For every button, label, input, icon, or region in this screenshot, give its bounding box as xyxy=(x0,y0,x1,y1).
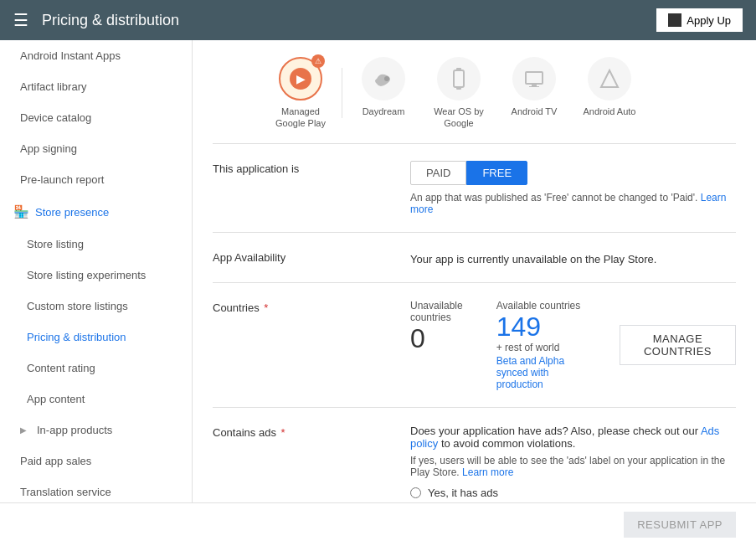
apply-icon xyxy=(668,13,681,27)
managed-google-play-icon: ▶ xyxy=(289,67,312,90)
countries-section: Countries * Unavailablecountries 0 Avail… xyxy=(213,283,736,408)
page-title: Pricing & distribution xyxy=(42,12,656,29)
layout: Android Instant Apps Artifact library De… xyxy=(0,40,756,502)
yes-ads-label[interactable]: Yes, it has ads xyxy=(428,487,498,499)
countries-label: Countries * xyxy=(213,300,397,314)
main-content: ▶ ⚠ ManagedGoogle Play Daydream xyxy=(193,40,756,502)
managed-google-play-icon-item[interactable]: ▶ ⚠ ManagedGoogle Play xyxy=(263,57,338,130)
android-tv-icon-item[interactable]: Android TV xyxy=(496,57,572,117)
availability-status: Your app is currently unavailable on the… xyxy=(410,250,736,265)
contains-ads-label: Contains ads * xyxy=(213,425,397,439)
svg-rect-6 xyxy=(526,72,543,84)
store-presence-icon: 🏪 xyxy=(13,204,28,219)
sidebar-item-app-content[interactable]: App content xyxy=(0,384,192,415)
available-label: Available countries xyxy=(496,300,586,312)
android-auto-icon xyxy=(596,65,623,92)
daydream-icon xyxy=(370,65,397,92)
sidebar-item-store-presence[interactable]: 🏪 Store presence xyxy=(0,195,192,229)
wear-os-icon-item[interactable]: Wear OS byGoogle xyxy=(421,57,496,130)
managed-google-play-label: ManagedGoogle Play xyxy=(275,106,326,130)
sidebar-item-pricing-distribution[interactable]: Pricing & distribution xyxy=(0,322,192,353)
ads-description: Does your application have ads? Also, pl… xyxy=(410,425,736,450)
sidebar-item-device-catalog[interactable]: Device catalog xyxy=(0,102,192,133)
countries-required: * xyxy=(261,301,269,314)
sidebar: Android Instant Apps Artifact library De… xyxy=(0,40,193,502)
paid-free-info: An app that was published as 'Free' cann… xyxy=(410,192,736,215)
app-availability-content: Your app is currently unavailable on the… xyxy=(410,250,736,265)
svg-rect-7 xyxy=(532,84,537,86)
sidebar-item-content-rating[interactable]: Content rating xyxy=(0,353,192,384)
svg-text:▶: ▶ xyxy=(296,72,306,85)
menu-icon[interactable]: ☰ xyxy=(13,10,28,30)
available-countries-stat: Available countries 149 + rest of world … xyxy=(496,300,586,390)
svg-marker-9 xyxy=(601,70,618,87)
android-auto-icon-item[interactable]: Android Auto xyxy=(572,57,647,117)
ads-required: * xyxy=(278,426,285,439)
icon-separator xyxy=(342,68,342,118)
apply-up-button[interactable]: Apply Up xyxy=(656,8,743,32)
daydream-icon-item[interactable]: Daydream xyxy=(346,57,421,117)
svg-rect-5 xyxy=(456,86,461,90)
contains-ads-section: Contains ads * Does your application hav… xyxy=(213,408,736,502)
available-count: 149 xyxy=(496,313,586,340)
svg-rect-4 xyxy=(456,68,461,71)
this-application-content: PAID FREE An app that was published as '… xyxy=(410,161,736,215)
manage-countries-button[interactable]: MANAGE COUNTRIES xyxy=(620,325,736,365)
wear-os-label: Wear OS byGoogle xyxy=(434,106,484,130)
this-application-section: This application is PAID FREE An app tha… xyxy=(213,144,736,233)
yes-ads-radio-row: Yes, it has ads xyxy=(410,487,736,499)
app-availability-label: App Availability xyxy=(213,250,397,264)
unavailable-count: 0 xyxy=(410,325,463,352)
warning-badge: ⚠ xyxy=(311,54,325,68)
paid-button[interactable]: PAID xyxy=(410,161,466,185)
learn-more-ads-link[interactable]: Learn more xyxy=(462,466,513,478)
wear-os-icon xyxy=(445,65,472,92)
android-tv-icon xyxy=(521,65,548,92)
android-tv-label: Android TV xyxy=(512,106,558,117)
ads-sub-text: If yes, users will be able to see the 'a… xyxy=(410,455,736,478)
svg-point-2 xyxy=(384,76,389,81)
sidebar-item-paid-app-sales[interactable]: Paid app sales xyxy=(0,446,192,476)
sidebar-item-artifact-library[interactable]: Artifact library xyxy=(0,71,192,102)
resubmit-app-button[interactable]: RESUBMIT APP xyxy=(624,512,736,538)
sidebar-item-store-listing[interactable]: Store listing xyxy=(0,229,192,260)
bottom-bar: RESUBMIT APP xyxy=(0,502,756,546)
this-application-label: This application is xyxy=(213,161,397,175)
sidebar-item-translation-service[interactable]: Translation service xyxy=(0,476,192,502)
sidebar-item-store-listing-experiments[interactable]: Store listing experiments xyxy=(0,260,192,291)
unavailable-countries-stat: Unavailablecountries 0 xyxy=(410,300,463,352)
sidebar-item-android-instant-apps[interactable]: Android Instant Apps xyxy=(0,40,192,71)
rest-of-world-text: + rest of world xyxy=(496,342,586,353)
android-auto-label: Android Auto xyxy=(584,106,636,117)
sidebar-item-custom-store-listings[interactable]: Custom store listings xyxy=(0,291,192,322)
sidebar-item-pre-launch-report[interactable]: Pre-launch report xyxy=(0,164,192,195)
svg-rect-8 xyxy=(529,86,539,87)
app-icons-row: ▶ ⚠ ManagedGoogle Play Daydream xyxy=(213,40,736,144)
countries-grid: Unavailablecountries 0 Available countri… xyxy=(410,300,736,390)
yes-ads-radio[interactable] xyxy=(410,487,421,498)
app-availability-section: App Availability Your app is currently u… xyxy=(213,233,736,283)
topbar: ☰ Pricing & distribution Apply Up xyxy=(0,0,756,40)
beta-alpha-text: Beta and Alpha synced withproduction xyxy=(496,355,586,390)
paid-free-toggle: PAID FREE xyxy=(410,161,736,185)
sidebar-item-in-app-products[interactable]: ▶ In-app products xyxy=(0,415,192,446)
contains-ads-content: Does your application have ads? Also, pl… xyxy=(410,425,736,499)
svg-rect-3 xyxy=(454,70,464,87)
expand-icon: ▶ xyxy=(20,425,27,435)
countries-content: Unavailablecountries 0 Available countri… xyxy=(410,300,736,390)
unavailable-label: Unavailablecountries xyxy=(410,300,463,323)
sidebar-item-app-signing[interactable]: App signing xyxy=(0,133,192,164)
daydream-label: Daydream xyxy=(363,106,405,117)
free-button[interactable]: FREE xyxy=(466,161,527,185)
